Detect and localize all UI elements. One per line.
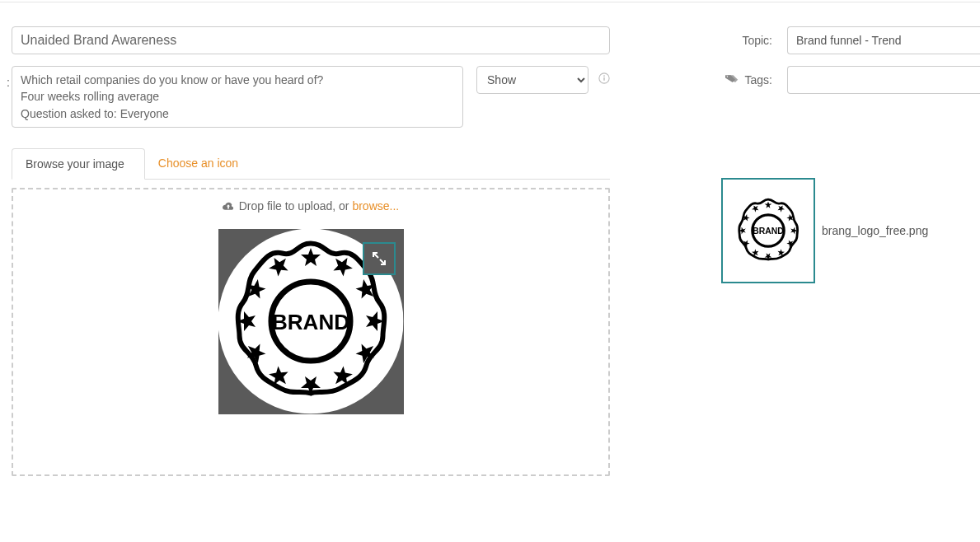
image-preview: BRAND (218, 229, 404, 414)
svg-point-1 (603, 75, 605, 77)
title-input[interactable] (12, 26, 610, 54)
thumbnail-preview[interactable]: BRAND (721, 178, 815, 283)
topic-input[interactable] (787, 26, 980, 54)
tags-row: Tags: (721, 66, 980, 94)
upload-icon (223, 200, 234, 214)
svg-text:BRAND: BRAND (272, 310, 349, 334)
svg-text:BRAND: BRAND (753, 227, 784, 236)
thumbnail-filename: brang_logo_free.png (822, 224, 928, 237)
form-container: : Which retail companies do you know or … (0, 0, 980, 25)
image-dropzone[interactable]: Drop file to upload, or browse... (12, 188, 610, 476)
tags-label-text: Tags: (745, 73, 772, 86)
expand-icon (371, 250, 387, 267)
tags-input[interactable] (787, 66, 980, 94)
visibility-select[interactable]: Show (476, 66, 588, 94)
right-column: Topic: Tags: (721, 26, 980, 283)
svg-point-18 (726, 76, 728, 77)
tab-choose-icon[interactable]: Choose an icon (145, 148, 258, 180)
info-icon (598, 72, 610, 86)
browse-link[interactable]: browse... (352, 199, 399, 213)
topic-label-text: Topic: (742, 34, 772, 47)
topic-row: Topic: (721, 26, 980, 54)
description-row-label-colon: : (7, 76, 10, 89)
description-input[interactable]: Which retail companies do you know or ha… (12, 66, 463, 128)
svg-rect-2 (603, 77, 604, 81)
thumbnail-area: BRAND brang_logo_free.png (721, 178, 980, 283)
tab-browse-image[interactable]: Browse your image (12, 148, 145, 180)
left-column: : Which retail companies do you know or … (12, 26, 610, 476)
drop-instruction: Drop file to upload, or browse... (23, 199, 598, 214)
title-row (12, 26, 610, 54)
brand-logo-thumbnail: BRAND (731, 194, 805, 268)
topic-label: Topic: (721, 34, 787, 47)
image-tabs: Browse your image Choose an icon (12, 147, 610, 180)
tags-label: Tags: (721, 73, 787, 87)
expand-image-button[interactable] (363, 242, 396, 275)
tags-icon (725, 73, 739, 87)
drop-instruction-text: Drop file to upload, or (239, 199, 353, 213)
description-row: Which retail companies do you know or ha… (12, 66, 610, 128)
